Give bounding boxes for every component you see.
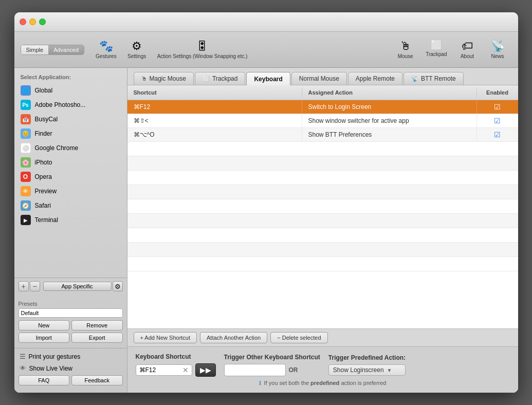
- tab-trackpad[interactable]: ⬜ Trackpad: [195, 72, 246, 85]
- toolbar-action-settings[interactable]: 🎛 Action Settings (Window Snapping etc.): [153, 39, 252, 61]
- settings-icon: ⚙: [132, 41, 142, 52]
- shortcut-cell: ⌘F12: [127, 100, 302, 114]
- or-label: OR: [289, 366, 298, 374]
- tabs-bar: 🖱 Magic Mouse ⬜ Trackpad Keyboard Normal…: [127, 68, 518, 85]
- toolbar-trackpad[interactable]: ⬜ Trackpad: [421, 39, 451, 61]
- sidebar-item-opera[interactable]: O Opera: [14, 170, 127, 184]
- hint-text-suffix: action is preferred: [341, 380, 386, 386]
- action-cell: Switch to Login Screen: [302, 100, 477, 114]
- checkbox-icon: ☑: [494, 117, 501, 125]
- toolbar-about[interactable]: 🏷 About: [453, 39, 482, 61]
- feedback-button[interactable]: Feedback: [71, 375, 123, 385]
- sidebar-bottom: ☰ Print your gestures 👁 Show Live View F…: [14, 348, 127, 389]
- traffic-lights: [20, 19, 46, 25]
- predefined-value: Show Loginscreen: [333, 366, 384, 374]
- sidebar-item-finder[interactable]: 😊 Finder: [14, 126, 127, 141]
- sidebar-item-chrome[interactable]: ⚪ Google Chrome: [14, 141, 127, 155]
- sidebar-item-safari[interactable]: 🧭 Safari: [14, 198, 127, 213]
- news-icon: 📡: [491, 41, 505, 52]
- btt-remote-tab-label: BTT Remote: [421, 75, 456, 82]
- app-specific-gear-button[interactable]: ⚙: [113, 281, 123, 291]
- toolbar: Simple Advanced 🐾 Gestures ⚙ Settings 🎛 …: [14, 32, 518, 68]
- tab-normal-mouse[interactable]: Normal Mouse: [291, 72, 347, 85]
- toolbar-gestures[interactable]: 🐾 Gestures: [91, 39, 121, 61]
- photoshop-name: Adobe Photosho...: [35, 101, 86, 108]
- tab-apple-remote[interactable]: Apple Remote: [348, 72, 402, 85]
- trackpad-tab-icon: ⬜: [203, 76, 210, 82]
- toolbar-mouse[interactable]: 🖱 Mouse: [391, 39, 419, 61]
- app-list: 🌐 Global Ps Adobe Photosho... 📅 BusyCal …: [14, 83, 127, 278]
- clear-shortcut-button[interactable]: ✕: [182, 366, 189, 374]
- delete-selected-button[interactable]: − Delete selected: [270, 332, 327, 343]
- shortcut-input[interactable]: [139, 366, 180, 374]
- table-row-empty: [127, 243, 518, 257]
- toolbar-news[interactable]: 📡 News: [484, 39, 512, 61]
- enabled-cell[interactable]: ☑: [477, 100, 518, 114]
- tab-keyboard[interactable]: Keyboard: [246, 72, 290, 85]
- add-app-button[interactable]: +: [19, 281, 29, 291]
- action-cell: Show window switcher for active app: [302, 114, 477, 127]
- minimize-button[interactable]: [29, 19, 36, 25]
- sidebar-item-iphoto[interactable]: 🌸 iPhoto: [14, 155, 127, 170]
- trackpad-label: Trackpad: [426, 51, 447, 57]
- checkbox-icon: ☑: [494, 103, 501, 111]
- sidebar: Select Application: 🌐 Global Ps Adobe Ph…: [14, 68, 127, 393]
- table-row-empty: [127, 257, 518, 271]
- sidebar-item-global[interactable]: 🌐 Global: [14, 83, 127, 98]
- trigger-shortcut-section: Trigger Other Keyboard Shortcut OR: [224, 354, 320, 376]
- sidebar-item-preview[interactable]: 👁 Preview: [14, 184, 127, 198]
- shortcut-cell: ⌘⇧<: [127, 114, 302, 127]
- trackpad-icon: ⬜: [431, 41, 442, 50]
- remove-app-button[interactable]: −: [30, 281, 40, 291]
- sidebar-item-terminal[interactable]: ▶ Terminal: [14, 213, 127, 227]
- sidebar-item-busycal[interactable]: 📅 BusyCal: [14, 112, 127, 126]
- new-preset-button[interactable]: New: [19, 320, 70, 330]
- table-row-empty: [127, 142, 518, 156]
- add-shortcut-button[interactable]: + Add New Shortcut: [134, 332, 197, 343]
- sidebar-item-photoshop[interactable]: Ps Adobe Photosho...: [14, 98, 127, 112]
- remove-preset-button[interactable]: Remove: [71, 320, 123, 330]
- faq-button[interactable]: FAQ: [19, 375, 70, 385]
- eye-icon: 👁: [20, 364, 26, 372]
- trigger-input[interactable]: [224, 364, 286, 376]
- print-icon: ☰: [20, 353, 26, 360]
- presets-label: Presets: [19, 301, 123, 307]
- enabled-cell[interactable]: ☑: [477, 128, 518, 141]
- maximize-button[interactable]: [39, 19, 46, 25]
- tab-btt-remote[interactable]: 📡 BTT Remote: [403, 72, 464, 85]
- simple-button[interactable]: Simple: [21, 45, 49, 54]
- main-content: Select Application: 🌐 Global Ps Adobe Ph…: [14, 68, 518, 393]
- export-button[interactable]: Export: [71, 333, 123, 343]
- terminal-name: Terminal: [35, 216, 58, 224]
- live-view-button[interactable]: 👁 Show Live View: [19, 363, 123, 373]
- tab-magic-mouse[interactable]: 🖱 Magic Mouse: [134, 72, 194, 85]
- finder-icon: 😊: [21, 128, 31, 139]
- close-button[interactable]: [20, 19, 26, 25]
- magic-mouse-tab-icon: 🖱: [141, 76, 147, 82]
- keyboard-tab-label: Keyboard: [254, 76, 282, 83]
- hint-row: ℹ If you set both the predefined action …: [136, 380, 510, 386]
- hint-bold-text: predefined: [310, 380, 339, 386]
- presets-select[interactable]: Default: [19, 308, 123, 318]
- table-row-empty: [127, 171, 518, 185]
- enabled-cell[interactable]: ☑: [477, 114, 518, 127]
- predefined-select-button[interactable]: Show Loginscreen ▼: [328, 364, 406, 376]
- titlebar: [14, 12, 518, 32]
- attach-action-button[interactable]: Attach Another Action: [200, 332, 267, 343]
- preview-icon: 👁: [21, 186, 31, 196]
- table-row[interactable]: ⌘F12 Switch to Login Screen ☑: [127, 100, 518, 114]
- toolbar-settings[interactable]: ⚙ Settings: [123, 39, 151, 61]
- table-row[interactable]: ⌘⇧< Show window switcher for active app …: [127, 114, 518, 128]
- table-row-empty: [127, 156, 518, 171]
- forward-arrow-button[interactable]: ▶▶: [195, 363, 216, 377]
- app-specific-button[interactable]: App Specific: [43, 282, 112, 291]
- trigger-shortcut-label: Trigger Other Keyboard Shortcut: [224, 354, 320, 361]
- import-button[interactable]: Import: [19, 333, 70, 343]
- table-row[interactable]: ⌘⌥^O Show BTT Preferences ☑: [127, 128, 518, 142]
- advanced-button[interactable]: Advanced: [48, 45, 84, 54]
- presets-row: New Remove: [19, 320, 123, 330]
- opera-icon: O: [21, 172, 31, 182]
- print-gestures-button[interactable]: ☰ Print your gestures: [19, 352, 123, 361]
- safari-icon: 🧭: [21, 200, 31, 211]
- gestures-icon: 🐾: [99, 41, 113, 52]
